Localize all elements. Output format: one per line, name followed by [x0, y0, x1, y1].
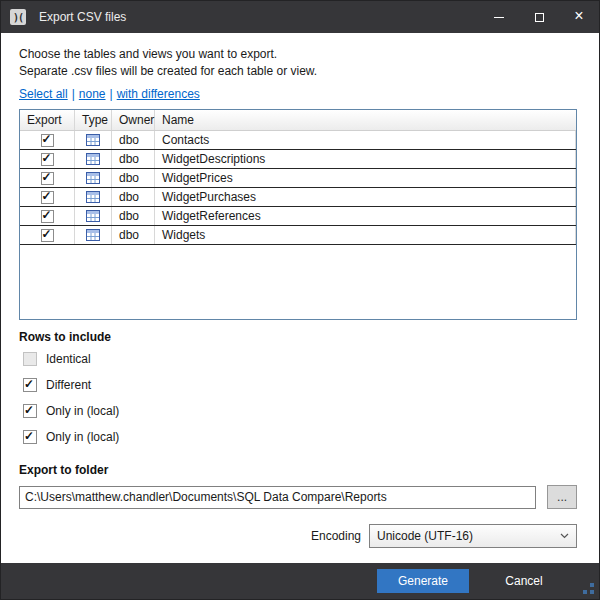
name-cell: WidgetDescriptions — [155, 150, 576, 168]
footer-bar: Generate Cancel — [1, 563, 599, 599]
titlebar[interactable]: )( Export CSV files × — [1, 1, 599, 33]
folder-row: ... — [19, 485, 577, 509]
select-with-differences-link[interactable]: with differences — [117, 87, 200, 101]
browse-folder-button[interactable]: ... — [547, 485, 577, 509]
table-row[interactable]: ✓ dbo WidgetReferences — [20, 207, 576, 226]
maximize-button[interactable] — [519, 1, 559, 33]
chevron-down-icon — [560, 533, 569, 539]
select-none-link[interactable]: none — [79, 87, 106, 101]
link-separator: | — [110, 87, 113, 101]
name-cell: WidgetReferences — [155, 207, 576, 225]
encoding-value: Unicode (UTF-16) — [377, 529, 473, 543]
owner-cell: dbo — [112, 188, 155, 206]
include-checkbox[interactable]: ✓ — [23, 404, 37, 418]
maximize-icon — [535, 13, 544, 22]
name-cell: WidgetPurchases — [155, 188, 576, 206]
owner-cell: dbo — [112, 207, 155, 225]
include-option-only-in-local: ✓ Only in (local) — [23, 404, 577, 418]
include-option-label: Different — [46, 378, 91, 392]
export-checkbox[interactable]: ✓ — [41, 134, 54, 147]
encoding-label: Encoding — [311, 529, 361, 543]
export-cell: ✓ — [20, 188, 75, 206]
intro-text: Choose the tables and views you want to … — [19, 46, 577, 80]
intro-line-2: Separate .csv files will be created for … — [19, 63, 577, 80]
rows-to-include-heading: Rows to include — [19, 330, 577, 344]
column-header-export[interactable]: Export — [20, 110, 75, 130]
export-folder-heading: Export to folder — [19, 463, 577, 477]
encoding-dropdown[interactable]: Unicode (UTF-16) — [369, 524, 577, 548]
type-cell — [75, 150, 112, 168]
window-title: Export CSV files — [39, 10, 126, 24]
table-icon — [86, 134, 100, 146]
table-icon — [86, 172, 100, 184]
table-header-row: Export Type Owner Name — [20, 110, 576, 131]
include-checkbox[interactable]: ✓ — [23, 430, 37, 444]
table-icon — [86, 229, 100, 241]
include-option-different: ✓ Different — [23, 378, 577, 392]
table-row[interactable]: ✓ dbo WidgetDescriptions — [20, 150, 576, 169]
intro-line-1: Choose the tables and views you want to … — [19, 46, 577, 63]
owner-cell: dbo — [112, 131, 155, 149]
table-row[interactable]: ✓ dbo Contacts — [20, 131, 576, 150]
minimize-button[interactable] — [479, 1, 519, 33]
table-row[interactable]: ✓ dbo WidgetPurchases — [20, 188, 576, 207]
owner-cell: dbo — [112, 226, 155, 244]
export-cell: ✓ — [20, 150, 75, 168]
table-icon — [86, 210, 100, 222]
include-option-identical: Identical — [23, 352, 577, 366]
include-option-label: Only in (local) — [46, 404, 119, 418]
include-option-label: Identical — [46, 352, 91, 366]
column-header-name[interactable]: Name — [155, 110, 576, 130]
table-icon — [86, 191, 100, 203]
close-icon: × — [574, 8, 583, 24]
app-logo-icon: )( — [10, 9, 26, 25]
export-checkbox[interactable]: ✓ — [41, 229, 54, 242]
include-option-only-in-local: ✓ Only in (local) — [23, 430, 577, 444]
dialog-content: Choose the tables and views you want to … — [1, 46, 599, 548]
table-icon — [86, 153, 100, 165]
table-row[interactable]: ✓ dbo WidgetPrices — [20, 169, 576, 188]
window-controls: × — [479, 1, 599, 33]
tables-list: Export Type Owner Name ✓ dbo Contacts ✓ — [19, 109, 577, 320]
export-checkbox[interactable]: ✓ — [41, 172, 54, 185]
name-cell: Contacts — [155, 131, 576, 149]
export-checkbox[interactable]: ✓ — [41, 210, 54, 223]
export-cell: ✓ — [20, 131, 75, 149]
type-cell — [75, 169, 112, 187]
include-checkbox[interactable] — [23, 352, 37, 366]
export-checkbox[interactable]: ✓ — [41, 153, 54, 166]
export-csv-dialog: )( Export CSV files × Choose the tables … — [0, 0, 600, 600]
table-body: ✓ dbo Contacts ✓ dbo — [20, 131, 576, 245]
name-cell: Widgets — [155, 226, 576, 244]
column-header-type[interactable]: Type — [75, 110, 112, 130]
select-all-link[interactable]: Select all — [19, 87, 68, 101]
owner-cell: dbo — [112, 169, 155, 187]
include-checkbox[interactable]: ✓ — [23, 378, 37, 392]
type-cell — [75, 207, 112, 225]
resize-grip[interactable] — [583, 583, 594, 594]
minimize-icon — [494, 17, 504, 18]
rows-to-include-options: Identical ✓ Different ✓ Only in (local) … — [19, 352, 577, 444]
export-folder-input[interactable] — [19, 486, 536, 509]
type-cell — [75, 131, 112, 149]
link-separator: | — [72, 87, 75, 101]
export-cell: ✓ — [20, 207, 75, 225]
table-row[interactable]: ✓ dbo Widgets — [20, 226, 576, 245]
name-cell: WidgetPrices — [155, 169, 576, 187]
include-option-label: Only in (local) — [46, 430, 119, 444]
export-cell: ✓ — [20, 169, 75, 187]
export-checkbox[interactable]: ✓ — [41, 191, 54, 204]
export-cell: ✓ — [20, 226, 75, 244]
generate-button[interactable]: Generate — [377, 569, 469, 593]
owner-cell: dbo — [112, 150, 155, 168]
encoding-row: Encoding Unicode (UTF-16) — [19, 524, 577, 548]
type-cell — [75, 188, 112, 206]
type-cell — [75, 226, 112, 244]
selection-links: Select all|none|with differences — [19, 87, 577, 101]
close-button[interactable]: × — [559, 1, 599, 33]
cancel-button[interactable]: Cancel — [489, 569, 559, 593]
column-header-owner[interactable]: Owner — [112, 110, 155, 130]
